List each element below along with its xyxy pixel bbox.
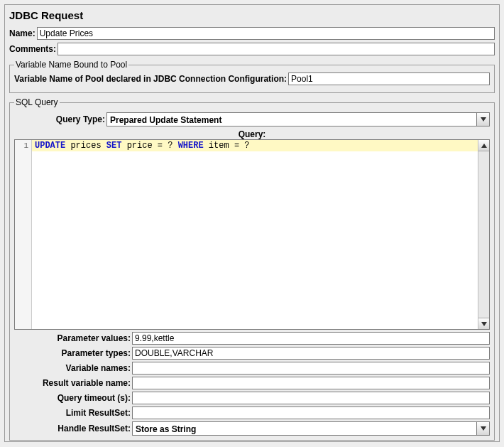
limit-rs-row: Limit ResultSet: [14,406,490,419]
var-names-label: Variable names: [14,363,132,373]
code-area[interactable]: UPDATE prices SET price = ? WHERE item =… [32,140,478,329]
param-values-input[interactable] [132,332,490,345]
handle-rs-value: Store as String [133,422,476,435]
sql-legend: SQL Query [14,97,60,107]
query-type-combo[interactable]: Prepared Update Statement [106,112,490,126]
sql-fieldset: SQL Query Query Type: Prepared Update St… [9,97,495,441]
line-number: 1 [15,141,28,150]
pool-input[interactable] [288,72,490,85]
name-row: Name: [9,27,495,40]
code-line: UPDATE prices SET price = ? WHERE item =… [32,140,478,151]
pool-row: Variable Name of Pool declared in JDBC C… [14,72,490,85]
result-var-row: Result variable name: [14,377,490,389]
scroll-up-icon[interactable] [478,140,489,151]
comments-input[interactable] [57,43,495,55]
query-type-value: Prepared Update Statement [107,113,476,126]
comments-row: Comments: [9,43,495,55]
page-title: JDBC Request [9,9,495,21]
param-values-row: Parameter values: [14,332,490,345]
query-label: Query: [14,129,490,139]
jdbc-request-panel: JDBC Request Name: Comments: Variable Na… [4,4,500,442]
name-label: Name: [9,28,35,38]
query-timeout-input[interactable] [132,392,490,404]
query-timeout-label: Query timeout (s): [14,393,132,403]
chevron-down-icon[interactable] [476,113,489,126]
param-types-input[interactable] [132,347,490,360]
svg-marker-1 [481,144,487,148]
svg-marker-2 [481,322,487,326]
vertical-scrollbar[interactable] [478,140,489,329]
query-timeout-row: Query timeout (s): [14,392,490,404]
param-types-label: Parameter types: [14,348,132,358]
comments-label: Comments: [9,44,56,54]
pool-fieldset: Variable Name Bound to Pool Variable Nam… [9,60,495,93]
handle-rs-label: Handle ResultSet: [14,424,132,433]
handle-rs-row: Handle ResultSet: Store as String [14,421,490,436]
svg-marker-3 [481,426,486,431]
pool-legend: Variable Name Bound to Pool [14,60,128,70]
scroll-down-icon[interactable] [478,318,489,329]
editor-gutter: 1 [15,140,32,329]
bottom-form: Parameter values: Parameter types: Varia… [14,332,490,436]
result-var-label: Result variable name: [14,378,132,388]
query-type-row: Query Type: Prepared Update Statement [14,112,490,126]
var-names-input[interactable] [132,362,490,375]
limit-rs-input[interactable] [132,406,490,419]
var-names-row: Variable names: [14,362,490,375]
query-type-label: Query Type: [14,114,106,124]
handle-rs-combo[interactable]: Store as String [132,421,490,436]
name-input[interactable] [37,27,495,40]
param-values-label: Parameter values: [14,333,132,343]
sql-editor[interactable]: 1 UPDATE prices SET price = ? WHERE item… [14,139,490,330]
pool-label: Variable Name of Pool declared in JDBC C… [14,74,287,84]
param-types-row: Parameter types: [14,347,490,360]
chevron-down-icon[interactable] [476,422,489,435]
limit-rs-label: Limit ResultSet: [14,408,132,418]
svg-marker-0 [481,117,486,122]
result-var-input[interactable] [132,377,490,389]
